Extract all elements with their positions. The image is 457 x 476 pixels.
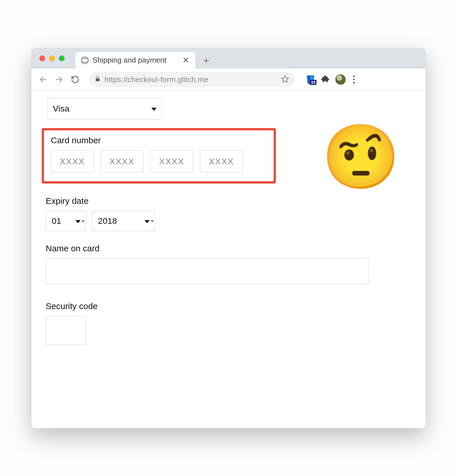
extension-css-icon[interactable]: 33 [306,75,315,84]
raised-eyebrow-emoji: 🤨 [322,125,400,188]
extension-area: 33 [306,74,356,85]
expiry-field: Expiry date 01 2018 [46,196,411,231]
card-number-highlight: Card number [42,128,276,184]
profile-avatar[interactable] [335,74,346,85]
svg-marker-2 [282,75,288,82]
menu-kebab-icon[interactable] [351,74,356,85]
security-code-field: Security code [46,301,411,345]
globe-icon [81,57,89,64]
security-code-label: Security code [46,301,411,311]
expiry-year-select[interactable]: 2018 [92,211,155,231]
name-on-card-field: Name on card [46,244,411,284]
security-code-input[interactable] [46,316,86,345]
maximize-window-button[interactable] [59,55,65,61]
card-number-part-4[interactable] [200,150,243,173]
address-bar[interactable]: https://checkout-form.glitch.me [89,72,295,87]
card-number-row [51,150,267,173]
reload-button[interactable] [70,75,80,84]
forward-button[interactable] [54,75,64,84]
extension-badge-count: 33 [310,80,316,85]
browser-tab[interactable]: Shipping and payment ✕ [75,52,195,69]
bookmark-star-icon[interactable] [281,75,289,84]
minimize-window-button[interactable] [49,55,55,61]
window-controls [39,55,65,61]
browser-window: Shipping and payment ✕ ＋ https://checkou… [31,48,426,428]
card-type-field: Visa [47,98,411,120]
card-type-select[interactable]: Visa [47,98,162,120]
close-tab-icon[interactable]: ✕ [181,55,190,65]
extensions-puzzle-icon[interactable] [321,75,330,84]
card-number-part-1[interactable] [51,150,94,173]
url-text: https://checkout-form.glitch.me [105,75,208,84]
expiry-month-select[interactable]: 01 [46,211,86,231]
new-tab-button[interactable]: ＋ [201,55,212,66]
card-number-part-2[interactable] [101,150,143,173]
tab-strip: Shipping and payment ✕ ＋ [31,48,426,69]
name-on-card-label: Name on card [46,244,411,253]
name-on-card-input[interactable] [46,258,368,284]
page-content: Visa Card number 🤨 Expiry date [31,91,426,428]
browser-toolbar: https://checkout-form.glitch.me 33 [31,69,426,91]
card-number-part-3[interactable] [150,150,193,173]
tab-title: Shipping and payment [93,56,177,65]
expiry-label: Expiry date [46,196,411,206]
lock-icon [95,76,101,83]
close-window-button[interactable] [39,55,45,61]
back-button[interactable] [38,75,48,84]
card-number-label: Card number [51,136,267,145]
